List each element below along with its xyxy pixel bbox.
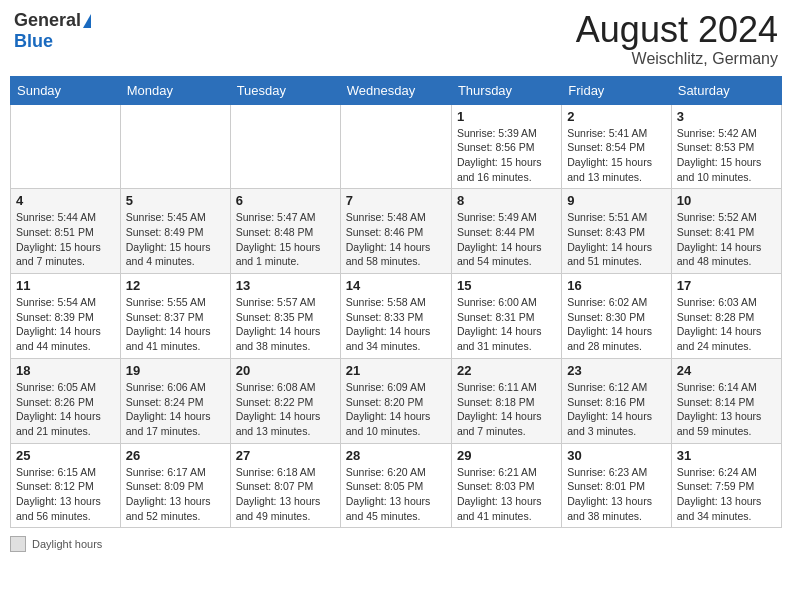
calendar-cell: 19Sunrise: 6:06 AMSunset: 8:24 PMDayligh… xyxy=(120,358,230,443)
day-number: 15 xyxy=(457,278,556,293)
logo-general: General xyxy=(14,10,81,31)
location: Weischlitz, Germany xyxy=(576,50,778,68)
day-number: 7 xyxy=(346,193,446,208)
weekday-header: Wednesday xyxy=(340,76,451,104)
calendar-cell: 18Sunrise: 6:05 AMSunset: 8:26 PMDayligh… xyxy=(11,358,121,443)
day-number: 18 xyxy=(16,363,115,378)
calendar-cell xyxy=(11,104,121,189)
day-number: 31 xyxy=(677,448,776,463)
day-number: 1 xyxy=(457,109,556,124)
day-info: Sunrise: 6:15 AMSunset: 8:12 PMDaylight:… xyxy=(16,465,115,524)
calendar-cell: 16Sunrise: 6:02 AMSunset: 8:30 PMDayligh… xyxy=(562,274,671,359)
calendar-cell: 2Sunrise: 5:41 AMSunset: 8:54 PMDaylight… xyxy=(562,104,671,189)
day-info: Sunrise: 6:14 AMSunset: 8:14 PMDaylight:… xyxy=(677,380,776,439)
logo-icon xyxy=(83,14,91,28)
day-number: 22 xyxy=(457,363,556,378)
day-number: 30 xyxy=(567,448,665,463)
calendar-cell: 24Sunrise: 6:14 AMSunset: 8:14 PMDayligh… xyxy=(671,358,781,443)
calendar-cell: 10Sunrise: 5:52 AMSunset: 8:41 PMDayligh… xyxy=(671,189,781,274)
calendar-week-row: 25Sunrise: 6:15 AMSunset: 8:12 PMDayligh… xyxy=(11,443,782,528)
day-info: Sunrise: 5:51 AMSunset: 8:43 PMDaylight:… xyxy=(567,210,665,269)
calendar-cell: 15Sunrise: 6:00 AMSunset: 8:31 PMDayligh… xyxy=(451,274,561,359)
day-number: 26 xyxy=(126,448,225,463)
day-info: Sunrise: 5:54 AMSunset: 8:39 PMDaylight:… xyxy=(16,295,115,354)
page-header: General Blue August 2024 Weischlitz, Ger… xyxy=(10,10,782,68)
day-info: Sunrise: 5:55 AMSunset: 8:37 PMDaylight:… xyxy=(126,295,225,354)
day-number: 2 xyxy=(567,109,665,124)
logo-blue: Blue xyxy=(14,31,53,52)
day-info: Sunrise: 5:45 AMSunset: 8:49 PMDaylight:… xyxy=(126,210,225,269)
day-number: 17 xyxy=(677,278,776,293)
calendar-cell: 25Sunrise: 6:15 AMSunset: 8:12 PMDayligh… xyxy=(11,443,121,528)
calendar-cell: 6Sunrise: 5:47 AMSunset: 8:48 PMDaylight… xyxy=(230,189,340,274)
calendar-week-row: 1Sunrise: 5:39 AMSunset: 8:56 PMDaylight… xyxy=(11,104,782,189)
daylight-label: Daylight hours xyxy=(32,538,102,550)
calendar-week-row: 11Sunrise: 5:54 AMSunset: 8:39 PMDayligh… xyxy=(11,274,782,359)
day-info: Sunrise: 5:42 AMSunset: 8:53 PMDaylight:… xyxy=(677,126,776,185)
calendar-cell: 3Sunrise: 5:42 AMSunset: 8:53 PMDaylight… xyxy=(671,104,781,189)
day-info: Sunrise: 6:08 AMSunset: 8:22 PMDaylight:… xyxy=(236,380,335,439)
day-info: Sunrise: 6:23 AMSunset: 8:01 PMDaylight:… xyxy=(567,465,665,524)
day-number: 6 xyxy=(236,193,335,208)
day-info: Sunrise: 6:12 AMSunset: 8:16 PMDaylight:… xyxy=(567,380,665,439)
day-number: 27 xyxy=(236,448,335,463)
day-info: Sunrise: 5:48 AMSunset: 8:46 PMDaylight:… xyxy=(346,210,446,269)
calendar-cell: 14Sunrise: 5:58 AMSunset: 8:33 PMDayligh… xyxy=(340,274,451,359)
day-number: 3 xyxy=(677,109,776,124)
footer: Daylight hours xyxy=(10,536,782,552)
day-info: Sunrise: 6:03 AMSunset: 8:28 PMDaylight:… xyxy=(677,295,776,354)
weekday-header: Sunday xyxy=(11,76,121,104)
calendar-cell: 27Sunrise: 6:18 AMSunset: 8:07 PMDayligh… xyxy=(230,443,340,528)
weekday-header: Monday xyxy=(120,76,230,104)
calendar-cell: 8Sunrise: 5:49 AMSunset: 8:44 PMDaylight… xyxy=(451,189,561,274)
day-number: 29 xyxy=(457,448,556,463)
day-number: 13 xyxy=(236,278,335,293)
calendar-cell: 31Sunrise: 6:24 AMSunset: 7:59 PMDayligh… xyxy=(671,443,781,528)
logo: General Blue xyxy=(14,10,91,52)
calendar-cell: 17Sunrise: 6:03 AMSunset: 8:28 PMDayligh… xyxy=(671,274,781,359)
day-info: Sunrise: 6:05 AMSunset: 8:26 PMDaylight:… xyxy=(16,380,115,439)
day-info: Sunrise: 6:02 AMSunset: 8:30 PMDaylight:… xyxy=(567,295,665,354)
day-info: Sunrise: 5:39 AMSunset: 8:56 PMDaylight:… xyxy=(457,126,556,185)
day-info: Sunrise: 6:24 AMSunset: 7:59 PMDaylight:… xyxy=(677,465,776,524)
calendar-cell: 9Sunrise: 5:51 AMSunset: 8:43 PMDaylight… xyxy=(562,189,671,274)
day-number: 25 xyxy=(16,448,115,463)
day-info: Sunrise: 6:18 AMSunset: 8:07 PMDaylight:… xyxy=(236,465,335,524)
weekday-header-row: SundayMondayTuesdayWednesdayThursdayFrid… xyxy=(11,76,782,104)
day-number: 21 xyxy=(346,363,446,378)
weekday-header: Tuesday xyxy=(230,76,340,104)
day-info: Sunrise: 6:21 AMSunset: 8:03 PMDaylight:… xyxy=(457,465,556,524)
day-info: Sunrise: 6:00 AMSunset: 8:31 PMDaylight:… xyxy=(457,295,556,354)
day-number: 16 xyxy=(567,278,665,293)
calendar-cell xyxy=(340,104,451,189)
daylight-box xyxy=(10,536,26,552)
day-number: 12 xyxy=(126,278,225,293)
day-info: Sunrise: 6:17 AMSunset: 8:09 PMDaylight:… xyxy=(126,465,225,524)
day-info: Sunrise: 5:41 AMSunset: 8:54 PMDaylight:… xyxy=(567,126,665,185)
weekday-header: Thursday xyxy=(451,76,561,104)
calendar-cell xyxy=(230,104,340,189)
weekday-header: Friday xyxy=(562,76,671,104)
day-number: 28 xyxy=(346,448,446,463)
day-number: 9 xyxy=(567,193,665,208)
day-info: Sunrise: 6:06 AMSunset: 8:24 PMDaylight:… xyxy=(126,380,225,439)
calendar-cell: 12Sunrise: 5:55 AMSunset: 8:37 PMDayligh… xyxy=(120,274,230,359)
calendar-cell: 13Sunrise: 5:57 AMSunset: 8:35 PMDayligh… xyxy=(230,274,340,359)
day-number: 20 xyxy=(236,363,335,378)
calendar-cell: 5Sunrise: 5:45 AMSunset: 8:49 PMDaylight… xyxy=(120,189,230,274)
calendar-cell: 29Sunrise: 6:21 AMSunset: 8:03 PMDayligh… xyxy=(451,443,561,528)
title-section: August 2024 Weischlitz, Germany xyxy=(576,10,778,68)
calendar-cell: 28Sunrise: 6:20 AMSunset: 8:05 PMDayligh… xyxy=(340,443,451,528)
calendar-cell: 7Sunrise: 5:48 AMSunset: 8:46 PMDaylight… xyxy=(340,189,451,274)
calendar-cell: 21Sunrise: 6:09 AMSunset: 8:20 PMDayligh… xyxy=(340,358,451,443)
day-number: 24 xyxy=(677,363,776,378)
month-year: August 2024 xyxy=(576,10,778,50)
calendar-cell: 22Sunrise: 6:11 AMSunset: 8:18 PMDayligh… xyxy=(451,358,561,443)
calendar-table: SundayMondayTuesdayWednesdayThursdayFrid… xyxy=(10,76,782,529)
day-info: Sunrise: 5:57 AMSunset: 8:35 PMDaylight:… xyxy=(236,295,335,354)
calendar-cell xyxy=(120,104,230,189)
day-info: Sunrise: 6:11 AMSunset: 8:18 PMDaylight:… xyxy=(457,380,556,439)
day-number: 8 xyxy=(457,193,556,208)
day-info: Sunrise: 6:20 AMSunset: 8:05 PMDaylight:… xyxy=(346,465,446,524)
weekday-header: Saturday xyxy=(671,76,781,104)
